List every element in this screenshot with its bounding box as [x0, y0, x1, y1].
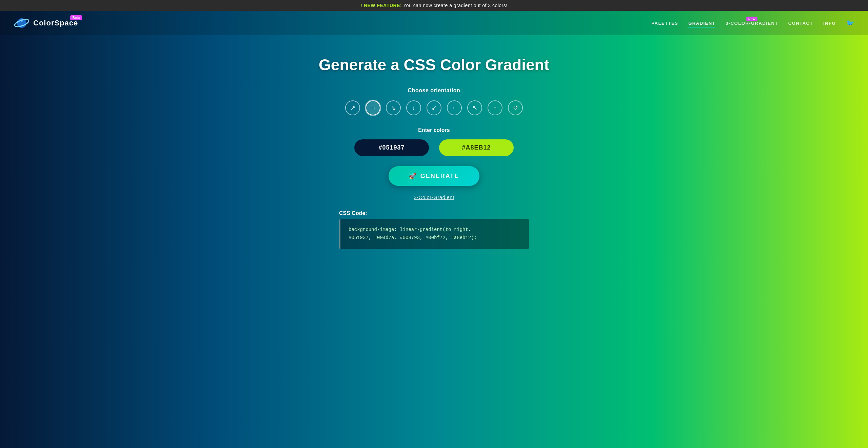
svg-point-2	[20, 19, 23, 22]
nav-item-contact[interactable]: CONTACT	[788, 20, 813, 26]
orient-btn-left[interactable]: ←	[447, 100, 462, 115]
orient-btn-radial[interactable]: ↺	[508, 100, 523, 115]
nav-link-three-color-gradient[interactable]: 3-COLOR-GRADIENT	[726, 21, 778, 26]
orient-btn-bottom-left[interactable]: ↙	[427, 100, 441, 115]
nav-links: PALETTES GRADIENT NEW 3-COLOR-GRADIENT C…	[651, 19, 854, 27]
orientation-label: Choose orientation	[408, 87, 460, 94]
orient-btn-bottom-right[interactable]: ↘	[386, 100, 401, 115]
navbar: ColorSpace Beta PALETTES GRADIENT NEW 3-…	[0, 11, 868, 35]
nav-item-info[interactable]: INFO	[823, 20, 836, 26]
twitter-icon[interactable]: 🐦	[846, 19, 854, 27]
banner-highlight: ! NEW FEATURE:	[360, 3, 402, 8]
nav-link-gradient[interactable]: GRADIENT	[688, 21, 715, 27]
nav-item-twitter[interactable]: 🐦	[846, 19, 854, 27]
logo-area: ColorSpace Beta	[14, 15, 78, 31]
color-input-1[interactable]	[354, 139, 429, 156]
page-title: Generate a CSS Color Gradient	[319, 56, 549, 74]
orientation-buttons: ↗ → ↘ ↓ ↙ ← ↖ ↑ ↺	[345, 100, 523, 115]
color-input-2[interactable]	[439, 139, 514, 156]
three-color-gradient-link[interactable]: 3-Color-Gradient	[414, 194, 454, 200]
color-inputs-row	[354, 139, 514, 156]
css-code-label: CSS Code:	[339, 210, 529, 216]
orient-btn-right[interactable]: →	[366, 100, 380, 115]
generate-button-label: GENERATE	[420, 173, 459, 180]
nav-link-palettes[interactable]: PALETTES	[651, 21, 678, 26]
new-badge: NEW	[746, 17, 757, 21]
orient-btn-top-right[interactable]: ↗	[345, 100, 360, 115]
enter-colors-label: Enter colors	[418, 127, 450, 133]
nav-link-contact[interactable]: CONTACT	[788, 21, 813, 26]
nav-link-info[interactable]: INFO	[823, 21, 836, 26]
nav-item-three-color-gradient[interactable]: NEW 3-COLOR-GRADIENT	[726, 20, 778, 26]
nav-item-gradient[interactable]: GRADIENT	[688, 20, 715, 26]
orient-btn-top[interactable]: ↑	[488, 100, 502, 115]
css-code-box[interactable]: background-image: linear-gradient(to rig…	[339, 219, 529, 249]
top-banner: ! NEW FEATURE: You can now create a grad…	[0, 0, 868, 11]
css-code-section: CSS Code: background-image: linear-gradi…	[339, 210, 529, 249]
nav-item-palettes[interactable]: PALETTES	[651, 20, 678, 26]
generate-button[interactable]: 🚀 GENERATE	[389, 166, 480, 186]
main-content: Generate a CSS Color Gradient Choose ori…	[0, 35, 868, 276]
logo-icon	[14, 15, 30, 31]
rocket-icon: 🚀	[409, 172, 417, 180]
beta-badge: Beta	[70, 15, 82, 20]
orient-btn-bottom[interactable]: ↓	[406, 100, 421, 115]
banner-text: You can now create a gradient out of 3 c…	[403, 3, 507, 8]
orient-btn-top-left[interactable]: ↖	[467, 100, 482, 115]
